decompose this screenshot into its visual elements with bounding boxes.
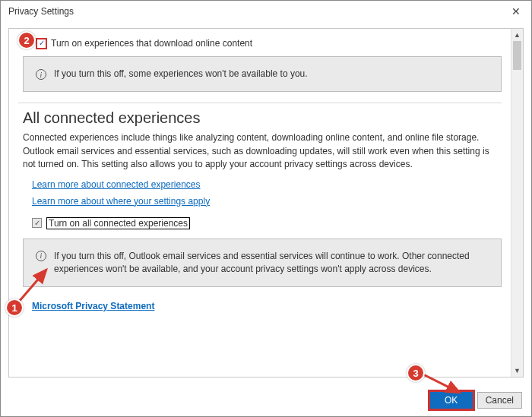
dialog-title: Privacy Settings <box>8 6 74 17</box>
button-bar: OK Cancel <box>1 384 531 416</box>
checkmark-icon: ✓ <box>39 39 45 47</box>
info-icon: i <box>36 69 46 80</box>
annotation-badge-1: 1 <box>5 299 24 317</box>
connected-title: All connected experiences <box>23 109 502 127</box>
connected-info-text: If you turn this off, Outlook email serv… <box>54 250 489 276</box>
close-icon[interactable]: ✕ <box>507 4 525 19</box>
download-content-label: Turn on experiences that download online… <box>51 38 252 49</box>
learn-settings-apply-link[interactable]: Learn more about where your settings app… <box>32 196 210 207</box>
scroll-track[interactable] <box>511 41 523 365</box>
cancel-button[interactable]: Cancel <box>477 392 522 409</box>
divider <box>18 103 502 103</box>
ok-button[interactable]: OK <box>430 392 473 409</box>
body-area: ✓ Turn on experiences that download onli… <box>1 22 531 384</box>
download-content-row: ✓ Turn on experiences that download onli… <box>36 38 502 49</box>
annotation-badge-3: 3 <box>407 364 425 382</box>
privacy-settings-dialog: Privacy Settings ✕ ✓ Turn on experiences… <box>0 0 532 417</box>
annotation-badge-2: 2 <box>17 31 36 49</box>
connected-row: ✓ Turn on all connected experiences <box>32 217 502 229</box>
scroll-up-icon[interactable]: ▲ <box>511 29 523 41</box>
connected-label: Turn on all connected experiences <box>46 217 190 229</box>
titlebar: Privacy Settings ✕ <box>1 1 531 22</box>
scroll-pane: ✓ Turn on experiences that download onli… <box>8 28 524 378</box>
info-icon: i <box>36 251 46 261</box>
scroll-content: ✓ Turn on experiences that download onli… <box>9 29 511 377</box>
connected-checkbox[interactable]: ✓ <box>32 218 42 228</box>
checkmark-icon: ✓ <box>34 220 40 227</box>
connected-description: Connected experiences include things lik… <box>23 131 497 171</box>
scrollbar[interactable]: ▲ ▼ <box>511 29 523 377</box>
download-content-info-text: If you turn this off, some experiences w… <box>54 68 308 81</box>
scroll-down-icon[interactable]: ▼ <box>511 365 523 377</box>
scroll-thumb[interactable] <box>513 41 521 70</box>
download-content-info: i If you turn this off, some experiences… <box>23 56 502 92</box>
privacy-statement-link[interactable]: Microsoft Privacy Statement <box>32 301 154 311</box>
connected-info: i If you turn this off, Outlook email se… <box>23 239 502 288</box>
learn-connected-link[interactable]: Learn more about connected experiences <box>32 179 200 190</box>
download-content-checkbox[interactable]: ✓ <box>36 39 46 49</box>
